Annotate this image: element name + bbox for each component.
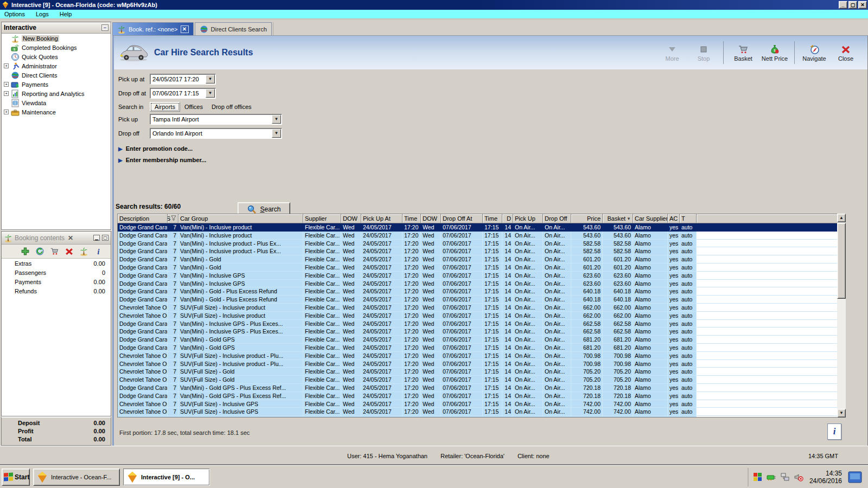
collapse-icon[interactable]: − xyxy=(101,24,108,31)
sidebar-item-administrator[interactable]: +Administrator xyxy=(2,61,111,70)
column-header-car-group[interactable]: Car Group xyxy=(178,214,303,223)
column-header-dow[interactable]: DOW xyxy=(421,214,441,223)
taskbar-button-2[interactable]: Interactive [9] - O... xyxy=(123,468,210,486)
chevron-down-icon[interactable]: ▼ xyxy=(272,115,281,124)
pickup-at-select[interactable]: 24/05/2017 17:20 ▼ xyxy=(150,74,216,85)
table-row[interactable]: Dodge Grand Carava...7Van(Mini) - Inclus… xyxy=(118,320,845,328)
refresh-icon[interactable] xyxy=(35,247,44,256)
table-row[interactable]: Dodge Grand Carava...7Van(Mini) - GoldFl… xyxy=(118,255,845,264)
table-row[interactable]: Dodge Grand Carava...7Van(Mini) - Gold G… xyxy=(118,344,845,352)
sidebar-item-quick-quotes[interactable]: Quick Quotes xyxy=(2,52,111,61)
table-row[interactable]: Dodge Grand Carava...7Van(Mini) - Inclus… xyxy=(118,272,845,280)
column-header-drop-off[interactable]: Drop Off xyxy=(543,214,571,223)
column-header-d[interactable]: D xyxy=(502,214,513,223)
chevron-down-icon[interactable]: ▼ xyxy=(272,129,281,138)
membership-number-expander[interactable]: ▶ Enter membership number... xyxy=(118,157,206,163)
vertical-scrollbar[interactable]: ▲ ▼ xyxy=(837,214,846,418)
info-button[interactable]: i xyxy=(827,423,841,440)
expand-icon[interactable]: + xyxy=(4,82,9,87)
close-button[interactable]: Close xyxy=(832,44,860,62)
table-row[interactable]: Dodge Grand Carava...7Van(Mini) - Gold G… xyxy=(118,384,845,392)
table-row[interactable]: Dodge Grand Carava...7Van(Mini) - Gold -… xyxy=(118,296,845,304)
search-in-option-drop-off-offices[interactable]: Drop off offices xyxy=(207,102,256,111)
column-header-pick-up[interactable]: Pick Up xyxy=(513,214,543,223)
show-desktop-icon[interactable] xyxy=(848,471,862,483)
column-header-drop-off-at[interactable]: Drop Off At xyxy=(441,214,483,223)
dropoff-at-select[interactable]: 07/06/2017 17:15 ▼ xyxy=(150,88,216,99)
cart-icon[interactable] xyxy=(50,247,59,256)
table-row[interactable]: Dodge Grand Carava...7Van(Mini) - Inclus… xyxy=(118,247,845,255)
booking-contents-close-icon[interactable]: ✕ xyxy=(67,234,74,242)
table-row[interactable]: Chevrolet Tahoe Or ...7SUV(Full Size) - … xyxy=(118,312,845,320)
scrollbar-thumb[interactable] xyxy=(837,223,846,299)
scroll-up-icon[interactable]: ▲ xyxy=(837,214,846,222)
dropoff-select[interactable]: Orlando Intl Airport ▼ xyxy=(150,128,282,139)
table-row[interactable]: Dodge Grand Carava...7Van(Mini) - Inclus… xyxy=(118,280,845,288)
network-tray-icon[interactable] xyxy=(780,472,790,482)
navigate-button[interactable]: Navigate xyxy=(800,44,828,62)
chevron-down-icon[interactable]: ▼ xyxy=(206,75,215,84)
table-row[interactable]: Chevrolet Tahoe Or ...7SUV(Full Size) - … xyxy=(118,376,845,384)
maximize-button[interactable]: ▢ xyxy=(848,1,857,9)
column-header-s[interactable]: S xyxy=(168,214,178,223)
table-row[interactable]: Chevrolet Tahoe Or ...7SUV(Full Size) - … xyxy=(118,352,845,360)
table-row[interactable]: Dodge Grand Carava...7Van(Mini) - GoldFl… xyxy=(118,264,845,272)
table-row[interactable]: Dodge Grand Carava...7Van(Mini) - Inclus… xyxy=(118,328,845,336)
table-row[interactable]: Chevrolet Tahoe Or ...7SUV(Full Size) - … xyxy=(118,416,845,417)
column-header-price[interactable]: Price xyxy=(571,214,603,223)
column-header-t[interactable]: T xyxy=(680,214,697,223)
promotion-code-expander[interactable]: ▶ Enter promotion code... xyxy=(118,145,193,152)
menu-item-options[interactable]: Options xyxy=(4,11,25,17)
tab-close-icon[interactable]: ✕ xyxy=(181,25,189,33)
column-header-basket[interactable]: Basket▼ xyxy=(603,214,633,223)
table-row[interactable]: Dodge Grand Carava...7Van(Mini) - Gold G… xyxy=(118,336,845,344)
chevron-down-icon[interactable]: ▼ xyxy=(206,89,215,98)
sidebar-item-reporting-and-analytics[interactable]: +Reporting and Analytics xyxy=(2,89,111,98)
scroll-down-icon[interactable]: ▼ xyxy=(837,409,846,418)
column-header-time[interactable]: Time xyxy=(483,214,502,223)
booking-maximize-icon[interactable]: ▢ xyxy=(102,235,108,241)
table-row[interactable]: Dodge Grand Carava...7Van(Mini) - Gold -… xyxy=(118,287,845,296)
sidebar-item-payments[interactable]: +$Payments xyxy=(2,80,111,89)
search-in-option-offices[interactable]: Offices xyxy=(180,102,207,111)
table-row[interactable]: Dodge Grand Carava...7Van(Mini) - Inclus… xyxy=(118,232,845,240)
delete-icon[interactable] xyxy=(65,247,74,256)
pickup-select[interactable]: Tampa Intl Airport ▼ xyxy=(150,114,282,125)
start-button[interactable]: Start xyxy=(2,468,30,486)
add-icon[interactable] xyxy=(21,247,30,256)
search-in-option-airports[interactable]: Airports xyxy=(150,102,180,112)
tab-book-ref-none-[interactable]: Book. ref.: <none>✕ xyxy=(112,22,194,35)
table-row[interactable]: Chevrolet Tahoe Or ...7SUV(Full Size) - … xyxy=(118,400,845,408)
sidebar-item-completed-bookings[interactable]: $Completed Bookings xyxy=(2,43,111,52)
table-row[interactable]: Dodge Grand Carava...7Van(Mini) - Gold G… xyxy=(118,392,845,400)
minimize-button[interactable]: _ xyxy=(839,1,847,9)
expand-icon[interactable]: + xyxy=(4,63,9,68)
close-button[interactable]: ✕ xyxy=(858,1,867,9)
menu-item-logs[interactable]: Logs xyxy=(36,11,49,17)
tab-direct-clients-search[interactable]: Direct Clients Search xyxy=(195,22,272,35)
sidebar-item-maintenance[interactable]: +Maintenance xyxy=(2,107,111,117)
filter-funnel-icon[interactable] xyxy=(170,215,176,222)
table-row[interactable]: Chevrolet Tahoe Or ...7SUV(Full Size) - … xyxy=(118,304,845,312)
sidebar-item-new-booking[interactable]: New Booking xyxy=(2,34,111,43)
menu-item-help[interactable]: Help xyxy=(60,11,72,17)
column-header-car-supplier[interactable]: Car Supplier xyxy=(633,214,668,223)
palm-icon[interactable] xyxy=(79,247,88,256)
column-header-ac[interactable]: AC xyxy=(668,214,680,223)
table-row[interactable]: Chevrolet Tahoe Or ...7SUV(Full Size) - … xyxy=(118,408,845,416)
antivirus-tray-icon[interactable] xyxy=(753,472,763,482)
expand-icon[interactable]: + xyxy=(4,91,9,96)
column-header-time[interactable]: Time xyxy=(403,214,421,223)
column-header-supplier[interactable]: Supplier xyxy=(303,214,341,223)
sidebar-item-direct-clients[interactable]: Direct Clients xyxy=(2,70,111,80)
taskbar-button-1[interactable]: Interactive - Ocean-F... xyxy=(33,468,120,486)
column-header-dow[interactable]: DOW xyxy=(341,214,361,223)
expand-icon[interactable]: + xyxy=(4,110,9,114)
table-row[interactable]: Chevrolet Tahoe Or ...7SUV(Full Size) - … xyxy=(118,360,845,368)
table-row[interactable]: Dodge Grand Carava...7Van(Mini) - Inclus… xyxy=(118,223,845,232)
volume-muted-tray-icon[interactable] xyxy=(794,472,803,482)
sidebar-item-viewdata[interactable]: Viewdata xyxy=(2,98,111,107)
column-header-description[interactable]: Description xyxy=(118,214,168,223)
table-row[interactable]: Chevrolet Tahoe Or ...7SUV(Full Size) - … xyxy=(118,368,845,376)
info-icon[interactable]: i xyxy=(94,247,103,256)
